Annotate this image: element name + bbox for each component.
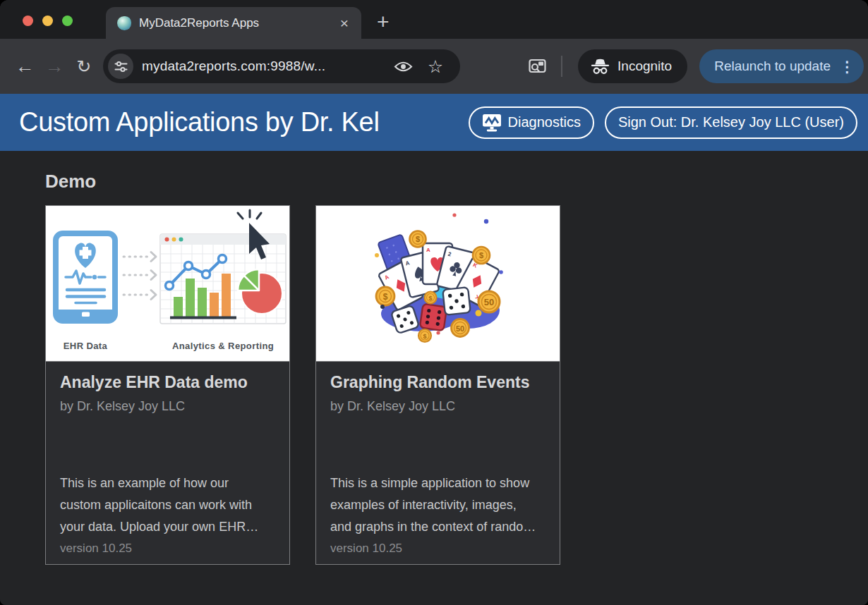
- card-title: Analyze EHR Data demo: [60, 373, 275, 392]
- traffic-lights: [23, 16, 73, 26]
- svg-text:$: $: [416, 235, 420, 243]
- site-favicon-icon: [117, 16, 131, 30]
- svg-text:$: $: [423, 333, 426, 340]
- svg-text:50: 50: [484, 297, 494, 307]
- page-content: Demo: [0, 151, 868, 605]
- app-card-graphing-random-events[interactable]: A A A A: [315, 205, 560, 565]
- cards-dice-illustration: A A A A: [316, 206, 560, 361]
- card-description: This is an example of how our custom app…: [60, 472, 275, 538]
- minimize-window-button[interactable]: [42, 16, 53, 26]
- app-card-list: EHR Data Analytics & Reporting Analyze E…: [45, 205, 868, 565]
- sign-out-label: Sign Out: Dr. Kelsey Joy LLC (User): [618, 114, 844, 130]
- browser-tab[interactable]: MyData2Reports Apps ×: [106, 7, 361, 39]
- tune-icon: [114, 60, 128, 73]
- page-title: Custom Applications by Dr. Kel: [19, 107, 458, 138]
- dashed-arrows-icon: [123, 252, 156, 300]
- tab-title: MyData2Reports Apps: [139, 16, 330, 30]
- side-panel-search-icon: [529, 59, 546, 74]
- tab-strip: MyData2Reports Apps × +: [0, 0, 868, 39]
- browser-toolbar: ← → ↻ mydata2reports.com:9988/w...: [0, 39, 868, 94]
- relaunch-label: Relaunch to update: [714, 59, 831, 74]
- star-icon: ☆: [428, 58, 443, 75]
- search-tabs-button[interactable]: [522, 51, 553, 82]
- sign-out-button[interactable]: Sign Out: Dr. Kelsey Joy LLC (User): [605, 106, 857, 139]
- bookmark-star-button[interactable]: ☆: [423, 54, 447, 78]
- diagnostics-label: Diagnostics: [508, 114, 581, 130]
- eye-icon: [394, 60, 413, 73]
- caption-ehr-data: EHR Data: [64, 341, 108, 351]
- card-thumbnail: EHR Data Analytics & Reporting: [46, 206, 289, 362]
- section-title: Demo: [45, 171, 868, 192]
- incognito-label: Incognito: [617, 59, 672, 74]
- card-description: This is a simple application to show exa…: [330, 472, 545, 538]
- browser-window: MyData2Reports Apps × + ← → ↻: [0, 0, 868, 605]
- card-title: Graphing Random Events: [330, 373, 545, 392]
- zoom-window-button[interactable]: [62, 16, 73, 26]
- close-window-button[interactable]: [23, 16, 33, 26]
- incognito-icon: [591, 58, 610, 75]
- tab-close-icon[interactable]: ×: [337, 14, 351, 32]
- svg-text:$: $: [479, 251, 483, 259]
- card-byline: by Dr. Kelsey Joy LLC: [60, 399, 275, 414]
- card-body: Graphing Random Events by Dr. Kelsey Joy…: [316, 362, 560, 564]
- relaunch-to-update-button[interactable]: Relaunch to update ⋮: [699, 49, 864, 83]
- toolbar-right-group: Incognito Relaunch to update ⋮: [522, 49, 864, 83]
- back-icon[interactable]: ←: [10, 51, 40, 81]
- diagnostics-button[interactable]: Diagnostics: [469, 106, 594, 139]
- url-text[interactable]: mydata2reports.com:9988/w...: [142, 59, 382, 74]
- svg-text:A: A: [426, 247, 430, 253]
- address-bar[interactable]: mydata2reports.com:9988/w... ☆: [103, 49, 460, 83]
- diagnostics-monitor-icon: [482, 114, 502, 132]
- new-tab-button[interactable]: +: [377, 11, 390, 32]
- more-menu-icon[interactable]: ⋮: [840, 59, 855, 74]
- page-header: Custom Applications by Dr. Kel Diagnosti…: [0, 94, 868, 151]
- incognito-badge: Incognito: [578, 49, 687, 83]
- site-settings-button[interactable]: [108, 54, 133, 79]
- caption-analytics-reporting: Analytics & Reporting: [172, 341, 274, 351]
- svg-text:$: $: [383, 292, 388, 302]
- app-card-analyze-ehr[interactable]: EHR Data Analytics & Reporting Analyze E…: [45, 205, 290, 565]
- preview-eye-button[interactable]: [391, 54, 415, 78]
- card-version: version 10.25: [60, 542, 275, 556]
- toolbar-divider: [561, 56, 562, 77]
- svg-text:$: $: [428, 295, 432, 302]
- forward-icon: →: [40, 51, 69, 81]
- card-version: version 10.25: [330, 542, 545, 556]
- svg-text:50: 50: [456, 324, 464, 333]
- card-byline: by Dr. Kelsey Joy LLC: [330, 399, 545, 414]
- ehr-analytics-illustration: EHR Data Analytics & Reporting: [46, 206, 289, 361]
- reload-icon[interactable]: ↻: [69, 51, 99, 81]
- tablet-icon: [56, 233, 115, 321]
- card-body: Analyze EHR Data demo by Dr. Kelsey Joy …: [46, 362, 289, 564]
- analytics-window-icon: [160, 234, 286, 324]
- card-thumbnail: A A A A: [316, 206, 560, 362]
